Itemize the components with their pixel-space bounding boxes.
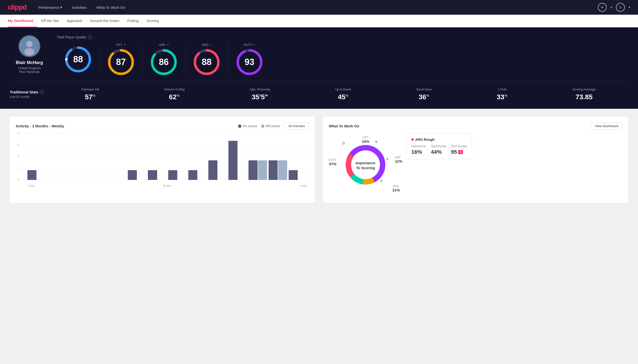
info-stat-importance: Importance 16%	[411, 144, 426, 155]
putt-score: 93	[245, 57, 254, 67]
quality-app: APP ↗ 86	[142, 43, 185, 76]
bar-group-w2	[48, 134, 66, 180]
trad-help-icon[interactable]: ?	[40, 90, 44, 94]
bar-on-course	[168, 170, 177, 180]
app-float-label: APP 12%	[395, 156, 402, 163]
bar-group-w13	[269, 134, 287, 180]
add-button[interactable]: +	[598, 3, 607, 12]
putt-ring: 93	[236, 49, 263, 76]
putt-float-label: PUTT 57%	[329, 158, 336, 166]
donut-container: PUTT 57% OTT 10% APP 12% ARG 21%	[329, 134, 402, 197]
chevron-down-icon: ▾	[60, 5, 62, 10]
x-label-feb: 7 Feb	[28, 184, 34, 187]
logo[interactable]: clippd	[8, 4, 27, 11]
plus-icon: +	[601, 5, 604, 10]
nav-what-to-work-on[interactable]: What To Work On	[96, 6, 125, 10]
svg-point-1	[26, 41, 33, 47]
x-labels: 7 Feb 28 Mar 9 May	[26, 184, 309, 187]
bar-group-w9	[188, 134, 207, 180]
bar-group-w10	[208, 134, 227, 180]
tab-scoring[interactable]: Scoring	[142, 15, 163, 28]
ott-label: OTT ↗	[116, 43, 126, 47]
svg-point-2	[24, 48, 34, 56]
tab-off-the-tee[interactable]: Off the Tee	[37, 15, 63, 28]
player-country: United Kingdom	[18, 66, 41, 70]
work-on-header: What To Work On View Dashboard	[329, 122, 622, 130]
donut-dot-putt	[342, 142, 345, 144]
tab-approach[interactable]: Approach	[63, 15, 86, 28]
main-ring: 88	[65, 46, 92, 73]
top-navigation: clippd Performance ▾ Activities What To …	[0, 0, 638, 15]
info-card-title: ARG Rough	[411, 138, 467, 142]
legend-on-course: On course	[238, 124, 257, 128]
avatar	[18, 35, 40, 57]
bar-group-w12	[249, 134, 267, 180]
tab-my-dashboard[interactable]: My Dashboard	[8, 15, 37, 28]
nav-links: Performance ▾ Activities What To Work On	[38, 5, 125, 10]
trad-stats-label: Traditional Stats ?	[10, 90, 49, 94]
bar-off-course	[278, 160, 287, 180]
quality-help-icon[interactable]: ?	[88, 35, 92, 39]
stat-app-proximity: App. Proximity 35'5"	[250, 88, 270, 101]
donut-dot-app	[386, 158, 388, 160]
greens-in-reg-value: 62%	[169, 93, 180, 101]
user-avatar-button[interactable]: ☺	[616, 3, 625, 12]
tab-putting[interactable]: Putting	[123, 15, 143, 28]
avatar-svg	[19, 35, 40, 57]
off-course-dot	[261, 125, 264, 128]
main-score: 88	[73, 54, 83, 64]
view-dashboard-button[interactable]: View Dashboard	[591, 122, 622, 130]
bar-on-course	[28, 170, 37, 180]
stat-greens-in-reg: Greens In Reg 62%	[164, 88, 185, 101]
opportunity-value: 44%	[431, 149, 446, 155]
stat-items: Fairways Hit 57% Greens In Reg 62% App. …	[49, 88, 628, 101]
info-stat-opportunity: Opportunity 44%	[431, 144, 446, 155]
app-label: APP ↗	[159, 43, 168, 47]
player-info: Blair McHarg United Kingdom Plus Handica…	[10, 35, 49, 74]
on-course-dot	[238, 125, 241, 128]
scoring-average-value: 73.85	[576, 93, 593, 101]
stat-sand-save: Sand Save 36%	[416, 88, 432, 101]
svg-point-8	[108, 61, 110, 63]
bar-group-w8	[168, 134, 187, 180]
player-name: Blair McHarg	[16, 60, 43, 65]
ott-score: 87	[116, 57, 126, 67]
bar-group-w7	[148, 134, 166, 180]
bars-area	[26, 134, 309, 180]
tab-around-the-green[interactable]: Around the Green	[86, 15, 123, 28]
all-activities-button[interactable]: All Activities	[284, 122, 309, 130]
bar-on-course	[208, 160, 218, 180]
arg-arrow-icon: ↗	[209, 43, 212, 46]
bar-on-course	[269, 160, 278, 180]
stat-up-and-down: Up & Down 45%	[335, 88, 351, 101]
trad-label-section: Traditional Stats ? Last 20 rounds	[10, 90, 49, 98]
arg-float-label: ARG 21%	[392, 184, 400, 192]
quality-arg: ARG ↗ 88	[185, 43, 228, 76]
bar-group-w6	[128, 134, 146, 180]
activity-card: Activity - 3 Months - Weekly On course O…	[10, 116, 315, 203]
bar-on-course	[188, 170, 197, 180]
nav-left-section: clippd Performance ▾ Activities What To …	[8, 4, 125, 11]
arg-label: ARG ↗	[201, 43, 211, 47]
nav-performance[interactable]: Performance ▾	[38, 5, 62, 10]
quality-circles: 88 OTT ↗ 87	[57, 43, 628, 76]
user-icon: ☺	[618, 5, 622, 10]
trad-stats-sublabel: Last 20 rounds	[10, 95, 49, 98]
ott-ring: 87	[107, 49, 134, 76]
bar-group-w5	[108, 134, 126, 180]
bar-on-course	[148, 170, 157, 180]
donut-dot-arg	[380, 180, 382, 182]
info-stats: Importance 16% Opportunity 44% Shot Qual…	[411, 144, 467, 155]
bar-group-w4	[88, 134, 106, 180]
bar-on-course	[289, 170, 298, 180]
stat-one-putt: 1 Putt 33%	[497, 88, 508, 101]
legend-off-course: Off course	[261, 124, 280, 128]
ott-arrow-icon: ↗	[124, 43, 126, 46]
info-dot	[411, 138, 414, 141]
app-ring: 86	[150, 49, 177, 76]
work-on-card: What To Work On View Dashboard PUTT 57% …	[323, 116, 628, 203]
work-on-title: What To Work On	[329, 124, 359, 128]
activity-header-right: On course Off course All Activities	[238, 122, 309, 130]
nav-activities[interactable]: Activities	[72, 6, 86, 10]
activity-bar-chart: 4 3 2 1 0 7 Feb 28 Mar 9 May	[16, 134, 309, 187]
